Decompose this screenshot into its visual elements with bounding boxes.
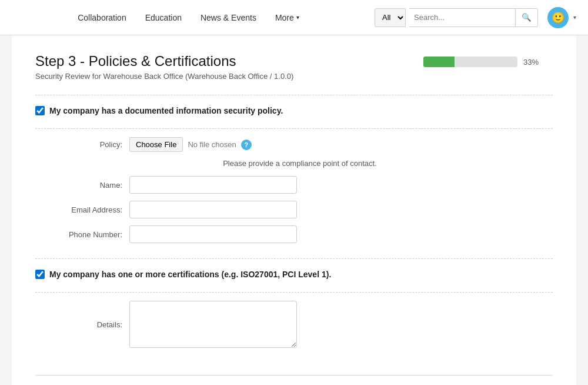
choose-file-button[interactable]: Choose File [129,137,183,152]
nav-collaboration[interactable]: Collaboration [71,8,133,27]
page-header: Step 3 - Policies & Certifications Secur… [35,53,553,81]
details-section: Details: [35,292,553,363]
compliance-contact-text: Please provide a compliance point of con… [35,159,553,168]
footer-bar: Previous Save for Later Save & Next [35,375,553,385]
main-content: Step 3 - Policies & Certifications Secur… [12,35,576,385]
progress-label: 33% [523,58,539,67]
page-title-block: Step 3 - Policies & Certifications Secur… [35,53,293,81]
security-policy-label: My company has a documented information … [49,106,283,115]
search-input[interactable] [409,10,515,25]
phone-row: Phone Number: [35,225,553,243]
email-row: Email Address: [35,201,553,218]
details-row: Details: [35,301,553,348]
top-navigation: Collaboration Education News & Events Mo… [0,0,588,35]
details-label: Details: [35,320,129,329]
phone-input[interactable] [129,225,297,243]
progress-bar-wrap: 33% [423,57,553,67]
name-label: Name: [35,181,129,190]
search-area: All 🔍 🙂 ▾ [375,7,576,28]
search-scope-select[interactable]: All [375,8,406,27]
nav-news-events[interactable]: News & Events [193,8,263,27]
policy-file-input-row: Choose File No file chosen ? [129,137,252,152]
security-policy-section: My company has a documented information … [35,95,553,128]
policy-file-row: Policy: Choose File No file chosen ? [35,137,553,152]
certifications-checkbox-row: My company has one or more certification… [35,270,553,281]
email-input[interactable] [129,201,297,218]
security-policy-checkbox[interactable] [35,106,45,115]
page-title: Step 3 - Policies & Certifications [35,53,293,69]
progress-bar-fill [423,57,455,67]
search-button[interactable]: 🔍 [515,8,537,27]
email-label: Email Address: [35,205,129,214]
phone-label: Phone Number: [35,230,129,239]
certifications-label: My company has one or more certification… [49,270,331,279]
security-policy-checkbox-row: My company has a documented information … [35,106,553,118]
page-subtitle: Security Review for Warehouse Back Offic… [35,72,293,81]
name-input[interactable] [129,176,297,194]
search-input-wrap: 🔍 [409,8,538,27]
nav-links: Collaboration Education News & Events Mo… [12,8,365,27]
nav-more-menu[interactable]: More ▾ [268,8,306,27]
user-avatar-button[interactable]: 🙂 [547,7,569,28]
no-file-text: No file chosen [188,140,236,149]
name-row: Name: [35,176,553,194]
avatar-icon: 🙂 [552,11,564,24]
search-icon: 🔍 [522,13,532,22]
nav-education[interactable]: Education [138,8,189,27]
more-chevron-icon: ▾ [296,14,299,21]
avatar-chevron-icon[interactable]: ▾ [573,14,576,21]
progress-bar-background [423,57,517,67]
policy-file-section: Policy: Choose File No file chosen ? Ple… [35,128,553,258]
certifications-checkbox[interactable] [35,270,45,279]
help-icon[interactable]: ? [241,140,252,150]
details-textarea[interactable] [129,301,297,348]
certifications-section: My company has one or more certification… [35,258,553,292]
policy-file-label: Policy: [35,140,129,149]
